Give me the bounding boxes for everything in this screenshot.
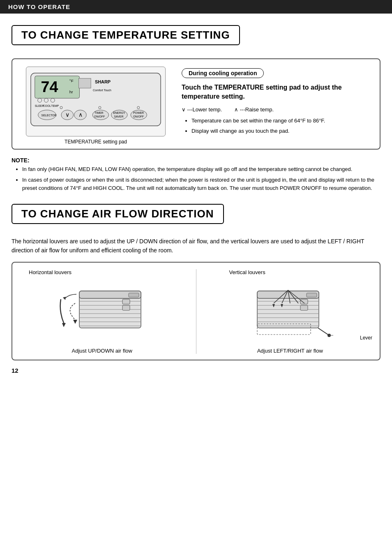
svg-marker-46 [63, 297, 66, 300]
temp-section-title: TO CHANGE TEMPERATURE SETTING [12, 25, 240, 45]
temp-arrows-row: ∨ ---Lower temp. ∧ ---Raise temp. [182, 106, 372, 113]
svg-rect-41 [122, 299, 130, 304]
temp-main-instruction: Touch the TEMPERATURE setting pad to adj… [182, 83, 372, 102]
svg-rect-42 [122, 305, 130, 310]
svg-rect-58 [307, 293, 317, 297]
temp-right-panel: During cooling operation Touch the TEMPE… [182, 67, 372, 137]
temp-section-box: 74 °F hr SHARP Comfort Touch [12, 58, 380, 150]
svg-text:Comfort Touch: Comfort Touch [93, 89, 111, 92]
svg-text:SHARP: SHARP [95, 79, 111, 84]
svg-line-67 [318, 328, 329, 335]
remote-illustration: 74 °F hr SHARP Comfort Touch [26, 67, 166, 136]
cooling-badge: During cooling operation [182, 68, 264, 78]
header-title: HOW TO OPERATE [8, 3, 70, 10]
temp-bullets-list: Temperature can be set within the range … [182, 117, 372, 136]
svg-text:ENERGY: ENERGY [113, 111, 125, 114]
svg-text:POWER: POWER [133, 111, 144, 114]
horizontal-louvers-svg [57, 279, 147, 344]
page-number: 12 [12, 367, 380, 374]
svg-text:74: 74 [41, 78, 58, 95]
svg-text:TEMP: TEMP [51, 104, 59, 107]
svg-text:COOL: COOL [43, 104, 51, 107]
svg-rect-56 [300, 299, 308, 304]
svg-text:TIMER: TIMER [95, 111, 103, 114]
vertical-louvers-label: Vertical louvers [229, 269, 265, 275]
svg-rect-43 [129, 293, 139, 297]
temp-bullet-2: Display will change as you touch the pad… [191, 127, 372, 136]
svg-text:∧: ∧ [78, 111, 83, 118]
svg-text:∨: ∨ [65, 111, 69, 118]
note-bullet-1: In fan only (HIGH FAN, MED FAN, LOW FAN)… [22, 165, 380, 173]
temp-caption: TEMPERATURE setting pad [65, 139, 127, 145]
note-bullets-list: In fan only (HIGH FAN, MED FAN, LOW FAN)… [12, 165, 380, 192]
header-bar: HOW TO OPERATE [0, 0, 392, 14]
temp-bullet-1: Temperature can be set within the range … [191, 117, 372, 125]
svg-rect-5 [78, 78, 91, 88]
lever-label: Lever [360, 335, 372, 341]
svg-marker-44 [73, 320, 77, 324]
raise-temp-label: ∧ ---Raise temp. [234, 106, 274, 113]
note-section: NOTE: In fan only (HIGH FAN, MED FAN, LO… [12, 157, 380, 192]
svg-text:ON/OFF: ON/OFF [94, 115, 105, 118]
lower-temp-label: ∨ ---Lower temp. [182, 106, 222, 113]
note-bullet-2: In cases of power outages or when the un… [22, 176, 380, 192]
airflow-left-col: Horizontal louvers [16, 269, 188, 354]
airflow-description: The horizontal louvers are used to adjus… [12, 237, 380, 255]
svg-text:SELECTOR: SELECTOR [42, 114, 57, 117]
airflow-section-title: TO CHANGE AIR FLOW DIRECTION [12, 204, 224, 224]
svg-rect-57 [300, 305, 308, 310]
svg-text:ON/OFF: ON/OFF [133, 115, 144, 118]
airflow-right-col: Vertical louvers [205, 269, 376, 354]
vertical-adjust-label: Adjust LEFT/RIGHT air flow [257, 348, 323, 354]
svg-text:°F: °F [69, 78, 74, 83]
airflow-diagram-box: Horizontal louvers [12, 262, 380, 360]
svg-text:hr: hr [69, 90, 73, 94]
airflow-divider [196, 269, 196, 354]
svg-marker-45 [62, 323, 66, 327]
temp-left-panel: 74 °F hr SHARP Comfort Touch [20, 67, 172, 145]
horizontal-louvers-label: Horizontal louvers [29, 269, 71, 275]
horizontal-adjust-label: Adjust UP/DOWN air flow [72, 348, 132, 354]
vertical-louvers-svg [241, 279, 339, 344]
note-label: NOTE: [12, 157, 380, 164]
svg-text:SAVER: SAVER [114, 115, 123, 118]
